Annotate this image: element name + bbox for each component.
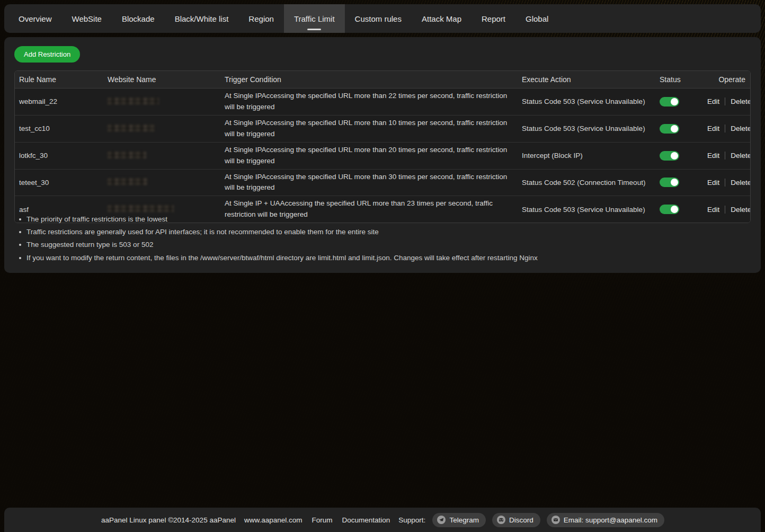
rule-name-cell: teteet_30 xyxy=(15,176,103,189)
email-button[interactable]: Email: support@aapanel.com xyxy=(547,513,664,527)
table-row: lotkfc_30 At Single IPAccessing the spec… xyxy=(15,143,750,170)
footer: aaPanel Linux panel ©2014-2025 aaPanel w… xyxy=(4,508,761,532)
tab-label: Global xyxy=(526,14,548,23)
tab-label: Attack Map xyxy=(422,14,461,23)
active-tab-indicator xyxy=(307,29,321,30)
rule-name-cell: webmail_22 xyxy=(15,95,103,108)
edit-link[interactable]: Edit xyxy=(707,179,719,187)
tab-traffic-limit[interactable]: Traffic Limit xyxy=(284,4,345,33)
top-nav: Overview WebSite Blockade Black/White li… xyxy=(4,4,761,33)
status-cell xyxy=(655,122,703,136)
tab-label: Overview xyxy=(19,14,52,23)
website-name-redacted xyxy=(108,178,147,185)
execute-action-cell: Status Code 503 (Service Unavailable) xyxy=(518,122,655,135)
rule-name-cell: asf xyxy=(15,203,103,216)
execute-action-cell: Status Code 503 (Service Unavailable) xyxy=(518,203,655,216)
tab-blockade[interactable]: Blockade xyxy=(112,4,165,33)
add-restriction-button[interactable]: Add Restriction xyxy=(14,46,80,63)
operate-cell: Edit Delete xyxy=(703,176,751,189)
column-header-website-name: Website Name xyxy=(103,75,220,84)
tab-global[interactable]: Global xyxy=(515,4,558,33)
delete-link[interactable]: Delete xyxy=(725,125,751,132)
tab-label: Custom rules xyxy=(355,14,402,23)
footer-link-documentation[interactable]: Documentation xyxy=(342,516,390,524)
edit-link[interactable]: Edit xyxy=(707,152,719,159)
trigger-condition-cell: At Single IPAccessing the specified URL … xyxy=(220,116,518,142)
website-name-cell xyxy=(103,203,220,216)
column-header-trigger-condition: Trigger Condition xyxy=(220,75,518,84)
discord-icon xyxy=(497,516,505,524)
note-item: Traffic restrictions are generally used … xyxy=(17,228,538,236)
delete-link[interactable]: Delete xyxy=(725,206,751,214)
operate-cell: Edit Delete xyxy=(703,122,751,135)
table-row: test_cc10 At Single IPAccessing the spec… xyxy=(15,116,750,143)
table-row: teteet_30 At Single IPAccessing the spec… xyxy=(15,170,750,197)
tab-website[interactable]: WebSite xyxy=(62,4,112,33)
edit-link[interactable]: Edit xyxy=(707,206,719,214)
status-cell xyxy=(655,175,703,189)
website-name-cell xyxy=(103,95,220,108)
footer-link-website[interactable]: www.aapanel.com xyxy=(244,516,303,524)
column-header-execute-action: Execute Action xyxy=(518,75,655,84)
status-cell xyxy=(655,95,703,109)
status-toggle[interactable] xyxy=(660,124,679,134)
tab-label: Report xyxy=(482,14,505,23)
column-header-status: Status xyxy=(655,75,703,84)
column-header-rule-name: Rule Name xyxy=(15,75,103,84)
delete-link[interactable]: Delete xyxy=(725,179,751,187)
website-name-redacted xyxy=(108,205,174,212)
delete-link[interactable]: Delete xyxy=(725,97,751,105)
discord-button[interactable]: Discord xyxy=(492,513,540,527)
tab-region[interactable]: Region xyxy=(238,4,284,33)
operate-cell: Edit Delete xyxy=(703,203,751,216)
status-cell xyxy=(655,202,703,216)
execute-action-cell: Status Code 503 (Service Unavailable) xyxy=(518,95,655,108)
email-icon xyxy=(551,516,560,524)
footer-link-forum[interactable]: Forum xyxy=(312,516,333,524)
operate-cell: Edit Delete xyxy=(703,149,751,162)
status-toggle[interactable] xyxy=(660,151,679,161)
note-item: The priority of traffic restrictions is … xyxy=(17,216,538,223)
copyright-text: aaPanel Linux panel ©2014-2025 aaPanel xyxy=(101,516,236,524)
status-toggle[interactable] xyxy=(660,178,679,187)
support-label: Support: xyxy=(398,516,425,524)
column-header-operate: Operate xyxy=(703,75,750,84)
rules-table: Rule Name Website Name Trigger Condition… xyxy=(14,70,751,223)
tab-label: Traffic Limit xyxy=(294,14,335,23)
rule-name-cell: test_cc10 xyxy=(15,122,103,135)
tab-black-white-list[interactable]: Black/White list xyxy=(165,4,239,33)
email-label: Email: support@aapanel.com xyxy=(564,516,657,524)
telegram-label: Telegram xyxy=(449,516,479,524)
notes-list: The priority of traffic restrictions is … xyxy=(17,216,538,267)
edit-link[interactable]: Edit xyxy=(707,97,719,105)
trigger-condition-cell: At Single IPAccessing the specified URL … xyxy=(220,88,518,115)
tab-overview[interactable]: Overview xyxy=(8,4,62,33)
tab-report[interactable]: Report xyxy=(472,4,515,33)
telegram-icon xyxy=(437,516,446,524)
execute-action-cell: Intercept (Block IP) xyxy=(518,149,655,162)
table-header-row: Rule Name Website Name Trigger Condition… xyxy=(15,71,750,88)
tab-label: Black/White list xyxy=(175,14,229,23)
discord-label: Discord xyxy=(509,516,533,524)
operate-cell: Edit Delete xyxy=(703,95,751,108)
website-name-redacted xyxy=(108,152,146,158)
tab-custom-rules[interactable]: Custom rules xyxy=(345,4,412,33)
status-toggle[interactable] xyxy=(660,205,679,214)
traffic-limit-panel: Add Restriction Rule Name Website Name T… xyxy=(4,37,761,273)
note-item: The suggested return type is 503 or 502 xyxy=(17,241,538,249)
status-toggle[interactable] xyxy=(660,97,679,107)
website-name-cell xyxy=(103,149,220,162)
website-name-cell xyxy=(103,122,220,135)
delete-link[interactable]: Delete xyxy=(725,152,751,159)
trigger-condition-cell: At Single IPAccessing the specified URL … xyxy=(220,170,518,196)
edit-link[interactable]: Edit xyxy=(707,125,719,132)
telegram-button[interactable]: Telegram xyxy=(432,513,486,527)
rule-name-cell: lotkfc_30 xyxy=(15,149,103,162)
tab-label: Blockade xyxy=(122,14,155,23)
tab-label: Region xyxy=(248,14,274,23)
note-item: If you want to modify the return content… xyxy=(17,254,538,262)
website-name-cell xyxy=(103,176,220,189)
website-name-redacted xyxy=(108,97,159,104)
tab-attack-map[interactable]: Attack Map xyxy=(412,4,472,33)
table-row: webmail_22 At Single IPAccessing the spe… xyxy=(15,88,750,116)
